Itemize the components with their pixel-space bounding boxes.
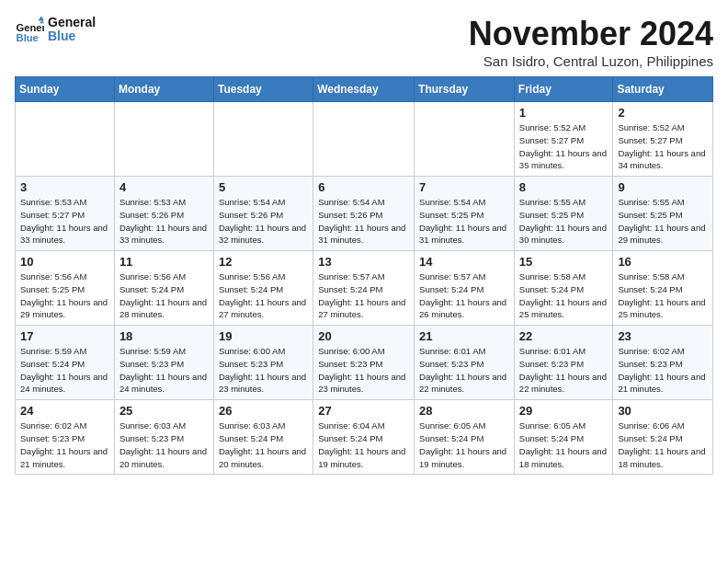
day-number: 28 (419, 404, 509, 418)
calendar-cell: 21Sunrise: 6:01 AM Sunset: 5:23 PM Dayli… (415, 326, 515, 400)
day-info: Sunrise: 5:55 AM Sunset: 5:25 PM Dayligh… (519, 196, 609, 247)
day-info: Sunrise: 6:05 AM Sunset: 5:24 PM Dayligh… (419, 419, 509, 470)
day-number: 7 (419, 180, 509, 194)
day-number: 4 (119, 180, 209, 194)
calendar-week-1: 1Sunrise: 5:52 AM Sunset: 5:27 PM Daylig… (16, 102, 713, 177)
weekday-header-sunday: Sunday (16, 77, 115, 102)
calendar-cell: 5Sunrise: 5:54 AM Sunset: 5:26 PM Daylig… (213, 177, 313, 251)
calendar-cell: 10Sunrise: 5:56 AM Sunset: 5:25 PM Dayli… (16, 251, 115, 326)
location-subtitle: San Isidro, Central Luzon, Philippines (469, 53, 713, 69)
day-number: 24 (20, 404, 109, 418)
calendar-cell: 26Sunrise: 6:03 AM Sunset: 5:24 PM Dayli… (213, 400, 313, 475)
svg-text:Blue: Blue (17, 32, 39, 43)
calendar-cell: 20Sunrise: 6:00 AM Sunset: 5:23 PM Dayli… (313, 326, 415, 400)
calendar-cell: 16Sunrise: 5:58 AM Sunset: 5:24 PM Dayli… (613, 251, 713, 326)
day-number: 23 (618, 329, 708, 343)
day-number: 8 (519, 180, 609, 194)
calendar-cell: 17Sunrise: 5:59 AM Sunset: 5:24 PM Dayli… (16, 326, 115, 400)
calendar-cell: 14Sunrise: 5:57 AM Sunset: 5:24 PM Dayli… (415, 251, 515, 326)
weekday-header-wednesday: Wednesday (313, 77, 415, 102)
day-number: 25 (119, 404, 209, 418)
day-number: 1 (519, 106, 609, 120)
calendar-cell: 11Sunrise: 5:56 AM Sunset: 5:24 PM Dayli… (114, 251, 213, 326)
day-info: Sunrise: 5:52 AM Sunset: 5:27 PM Dayligh… (618, 121, 708, 172)
weekday-header-saturday: Saturday (613, 77, 713, 102)
calendar-cell: 15Sunrise: 5:58 AM Sunset: 5:24 PM Dayli… (514, 251, 613, 326)
logo-icon: General Blue (15, 15, 44, 44)
calendar-cell: 13Sunrise: 5:57 AM Sunset: 5:24 PM Dayli… (313, 251, 415, 326)
calendar-cell: 27Sunrise: 6:04 AM Sunset: 5:24 PM Dayli… (313, 400, 415, 475)
day-info: Sunrise: 6:04 AM Sunset: 5:24 PM Dayligh… (318, 419, 409, 470)
weekday-header-thursday: Thursday (415, 77, 515, 102)
day-info: Sunrise: 6:03 AM Sunset: 5:24 PM Dayligh… (219, 419, 308, 470)
calendar-cell: 7Sunrise: 5:54 AM Sunset: 5:25 PM Daylig… (415, 177, 515, 251)
day-info: Sunrise: 5:54 AM Sunset: 5:26 PM Dayligh… (318, 196, 409, 247)
calendar-cell (313, 102, 415, 177)
day-info: Sunrise: 6:06 AM Sunset: 5:24 PM Dayligh… (618, 419, 708, 470)
day-info: Sunrise: 5:56 AM Sunset: 5:25 PM Dayligh… (20, 270, 109, 321)
day-number: 2 (618, 106, 708, 120)
day-number: 11 (119, 255, 209, 269)
calendar-cell: 18Sunrise: 5:59 AM Sunset: 5:23 PM Dayli… (114, 326, 213, 400)
day-info: Sunrise: 5:57 AM Sunset: 5:24 PM Dayligh… (419, 270, 509, 321)
calendar-cell (213, 102, 313, 177)
calendar-cell: 1Sunrise: 5:52 AM Sunset: 5:27 PM Daylig… (514, 102, 613, 177)
logo-line1: General (48, 16, 96, 29)
calendar-cell (16, 102, 115, 177)
day-info: Sunrise: 5:53 AM Sunset: 5:27 PM Dayligh… (20, 196, 109, 247)
logo: General Blue General Blue (15, 15, 96, 44)
calendar-cell: 29Sunrise: 6:05 AM Sunset: 5:24 PM Dayli… (514, 400, 613, 475)
weekday-header-monday: Monday (114, 77, 213, 102)
calendar-cell: 8Sunrise: 5:55 AM Sunset: 5:25 PM Daylig… (514, 177, 613, 251)
month-title: November 2024 (469, 15, 713, 53)
day-info: Sunrise: 6:03 AM Sunset: 5:23 PM Dayligh… (119, 419, 209, 470)
day-info: Sunrise: 5:59 AM Sunset: 5:24 PM Dayligh… (20, 345, 109, 396)
calendar-week-5: 24Sunrise: 6:02 AM Sunset: 5:23 PM Dayli… (16, 400, 713, 475)
day-info: Sunrise: 5:53 AM Sunset: 5:26 PM Dayligh… (119, 196, 209, 247)
day-info: Sunrise: 5:54 AM Sunset: 5:26 PM Dayligh… (219, 196, 308, 247)
day-number: 10 (20, 255, 109, 269)
day-info: Sunrise: 5:56 AM Sunset: 5:24 PM Dayligh… (219, 270, 308, 321)
day-info: Sunrise: 5:58 AM Sunset: 5:24 PM Dayligh… (618, 270, 708, 321)
calendar-cell: 25Sunrise: 6:03 AM Sunset: 5:23 PM Dayli… (114, 400, 213, 475)
day-number: 15 (519, 255, 609, 269)
calendar-cell: 28Sunrise: 6:05 AM Sunset: 5:24 PM Dayli… (415, 400, 515, 475)
calendar-week-4: 17Sunrise: 5:59 AM Sunset: 5:24 PM Dayli… (16, 326, 713, 400)
calendar-cell (114, 102, 213, 177)
day-info: Sunrise: 5:59 AM Sunset: 5:23 PM Dayligh… (119, 345, 209, 396)
calendar-cell: 24Sunrise: 6:02 AM Sunset: 5:23 PM Dayli… (16, 400, 115, 475)
day-number: 5 (219, 180, 308, 194)
day-info: Sunrise: 5:52 AM Sunset: 5:27 PM Dayligh… (519, 121, 609, 172)
day-number: 30 (618, 404, 708, 418)
day-info: Sunrise: 6:05 AM Sunset: 5:24 PM Dayligh… (519, 419, 609, 470)
calendar-week-3: 10Sunrise: 5:56 AM Sunset: 5:25 PM Dayli… (16, 251, 713, 326)
day-number: 3 (20, 180, 109, 194)
calendar-cell: 2Sunrise: 5:52 AM Sunset: 5:27 PM Daylig… (613, 102, 713, 177)
calendar-cell: 6Sunrise: 5:54 AM Sunset: 5:26 PM Daylig… (313, 177, 415, 251)
day-number: 21 (419, 329, 509, 343)
day-number: 22 (519, 329, 609, 343)
day-number: 14 (419, 255, 509, 269)
logo-line2: Blue (48, 29, 96, 43)
calendar-cell (415, 102, 515, 177)
weekday-header-row: SundayMondayTuesdayWednesdayThursdayFrid… (16, 77, 713, 102)
day-number: 27 (318, 404, 409, 418)
day-info: Sunrise: 5:54 AM Sunset: 5:25 PM Dayligh… (419, 196, 509, 247)
day-info: Sunrise: 6:00 AM Sunset: 5:23 PM Dayligh… (219, 345, 308, 396)
day-number: 13 (318, 255, 409, 269)
day-number: 6 (318, 180, 409, 194)
page-header: General Blue General Blue November 2024 … (15, 15, 713, 69)
day-info: Sunrise: 5:56 AM Sunset: 5:24 PM Dayligh… (119, 270, 209, 321)
day-info: Sunrise: 6:02 AM Sunset: 5:23 PM Dayligh… (20, 419, 109, 470)
calendar-cell: 19Sunrise: 6:00 AM Sunset: 5:23 PM Dayli… (213, 326, 313, 400)
weekday-header-friday: Friday (514, 77, 613, 102)
title-block: November 2024 San Isidro, Central Luzon,… (469, 15, 713, 69)
day-number: 16 (618, 255, 708, 269)
day-info: Sunrise: 6:00 AM Sunset: 5:23 PM Dayligh… (318, 345, 409, 396)
calendar-table: SundayMondayTuesdayWednesdayThursdayFrid… (15, 76, 713, 475)
calendar-cell: 3Sunrise: 5:53 AM Sunset: 5:27 PM Daylig… (16, 177, 115, 251)
day-info: Sunrise: 5:57 AM Sunset: 5:24 PM Dayligh… (318, 270, 409, 321)
day-info: Sunrise: 6:01 AM Sunset: 5:23 PM Dayligh… (419, 345, 509, 396)
day-number: 20 (318, 329, 409, 343)
day-number: 9 (618, 180, 708, 194)
